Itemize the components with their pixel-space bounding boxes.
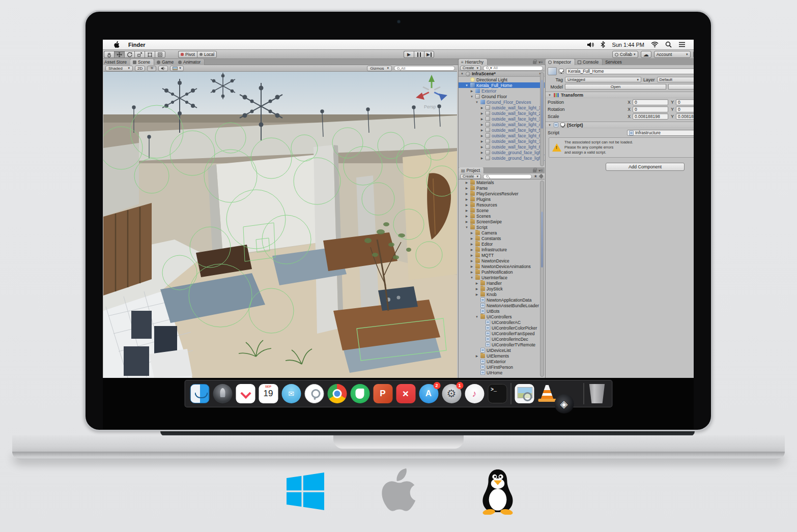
layer-dropdown[interactable]: Default▾ xyxy=(657,77,694,82)
system-preferences-icon[interactable]: ⚙1 xyxy=(442,384,461,403)
hierarchy-item-outside-ground-face-light[interactable]: ▶outside_ground_face_light_ xyxy=(459,155,545,161)
foldout-closed-icon[interactable]: ▶ xyxy=(480,117,484,121)
pocket-icon[interactable] xyxy=(236,384,255,403)
project-item-uiexterior[interactable]: UIExterior xyxy=(459,359,545,364)
app-store-icon[interactable]: A2 xyxy=(419,384,438,403)
hierarchy-item-outside-ground-face-light[interactable]: ▶outside_ground_face_light_ xyxy=(459,150,545,155)
tab-asset-store[interactable]: Asset Store xyxy=(103,59,131,65)
tab-game[interactable]: Game xyxy=(154,59,178,65)
finder-icon[interactable] xyxy=(190,384,209,403)
foldout-open-icon[interactable]: ▼ xyxy=(460,72,464,75)
foldout-closed-icon[interactable]: ▶ xyxy=(480,106,484,109)
lock-icon[interactable] xyxy=(533,61,536,64)
tag-dropdown[interactable]: Untagged▾ xyxy=(565,77,641,82)
foldout-open-icon[interactable]: ▼ xyxy=(475,315,479,318)
project-item-parse[interactable]: ▶Parse xyxy=(459,185,545,191)
circle-app-icon[interactable] xyxy=(304,384,324,403)
foldout-closed-icon[interactable]: ▶ xyxy=(470,259,474,262)
panel-menu-icon[interactable]: ▾≡ xyxy=(538,168,543,173)
scale-x-field[interactable]: 0.008188198 xyxy=(633,113,668,120)
launchpad-icon[interactable] xyxy=(213,384,232,403)
hierarchy-search-field[interactable]: ▾All xyxy=(483,66,543,71)
model-thumbnail-icon[interactable] xyxy=(548,67,557,75)
foldout-closed-icon[interactable]: ▶ xyxy=(480,156,484,160)
project-item-uicontrollertvremote[interactable]: UIControllerTVRemote xyxy=(459,342,545,347)
foldout-closed-icon[interactable]: ▶ xyxy=(470,242,474,246)
foldout-closed-icon[interactable]: ▶ xyxy=(470,248,474,251)
move-tool-button[interactable] xyxy=(114,51,124,58)
foldout-closed-icon[interactable]: ▶ xyxy=(465,197,469,201)
foldout-closed-icon[interactable]: ▶ xyxy=(480,111,484,115)
menubar-app-name[interactable]: Finder xyxy=(128,42,146,48)
hierarchy-item-kerala-full-home[interactable]: ▼Kerala_Full_Home xyxy=(459,82,545,88)
menubar-clock[interactable]: Sun 1:44 PM xyxy=(612,42,644,48)
foldout-closed-icon[interactable]: ▶ xyxy=(465,220,469,223)
project-item-userinterface[interactable]: ▼UserInterface xyxy=(459,275,545,280)
project-item-uifirstperson[interactable]: UIFirstPerson xyxy=(459,364,545,370)
foldout-closed-icon[interactable]: ▶ xyxy=(465,214,469,218)
local-toggle-button[interactable]: Local xyxy=(197,51,217,58)
foldout-closed-icon[interactable]: ▶ xyxy=(465,209,469,212)
project-item-uicontrollercolorpicker[interactable]: UIControllerColorPicker xyxy=(459,325,545,331)
scene-viewport[interactable]: Persp xyxy=(103,72,457,378)
xmind-icon[interactable]: × xyxy=(396,384,415,403)
add-component-button[interactable]: Add Component xyxy=(606,163,685,171)
foldout-closed-icon[interactable]: ▶ xyxy=(475,354,479,358)
project-item-newtonassetbundleloader[interactable]: NewtonAssetBundleLoader xyxy=(459,303,545,308)
project-item-uielements[interactable]: ▶UIElements xyxy=(459,353,545,359)
project-item-camera[interactable]: ▶Camera xyxy=(459,230,545,235)
foldout-closed-icon[interactable]: ▶ xyxy=(470,237,474,240)
rotation-x-field[interactable]: 0 xyxy=(633,106,668,112)
script-enabled-checkbox[interactable] xyxy=(560,123,565,127)
pivot-toggle-button[interactable]: Pivot xyxy=(178,51,197,58)
evernote-icon[interactable] xyxy=(350,384,369,403)
tab-services[interactable]: Services xyxy=(603,59,625,65)
foldout-closed-icon[interactable]: ▶ xyxy=(480,123,484,126)
wifi-icon[interactable] xyxy=(651,42,659,47)
hierarchy-item-exterior[interactable]: ▶Exterior xyxy=(459,88,545,94)
project-item-uicontrollers[interactable]: ▼UIControllers xyxy=(459,314,545,319)
foldout-closed-icon[interactable]: ▶ xyxy=(475,287,479,290)
project-item-infrastructure[interactable]: ▶Infrastructure xyxy=(459,247,545,252)
scene-audio-button[interactable] xyxy=(158,66,168,71)
foldout-closed-icon[interactable]: ▶ xyxy=(470,270,474,274)
preview-icon[interactable] xyxy=(515,384,534,403)
spotlight-search-icon[interactable] xyxy=(665,41,672,48)
project-item-pushnotification[interactable]: ▶PushNotification xyxy=(459,269,545,275)
tab-project[interactable]: ▤Project xyxy=(459,167,484,173)
shading-mode-dropdown[interactable]: Shaded▾ xyxy=(105,66,133,71)
foldout-closed-icon[interactable]: ▶ xyxy=(480,128,484,132)
panel-menu-icon[interactable]: ▾≡ xyxy=(538,60,543,65)
foldout-open-icon[interactable]: ▼ xyxy=(465,226,469,229)
calendar-icon[interactable]: SEP19 xyxy=(259,384,278,403)
model-open-button[interactable]: Open xyxy=(565,84,666,90)
tab-inspector[interactable]: Inspector xyxy=(546,59,575,65)
project-item-newtondeviceanimations[interactable]: ▶NewtonDeviceAnimations xyxy=(459,263,545,269)
foldout-closed-icon[interactable]: ▶ xyxy=(470,89,474,93)
project-item-uihome[interactable]: UIHome xyxy=(459,370,545,375)
2d-toggle-button[interactable]: 2D xyxy=(135,66,145,71)
scene-search-field[interactable]: All xyxy=(394,66,455,71)
cloud-button[interactable]: ☁ xyxy=(641,51,651,58)
transform-component-header[interactable]: ▼ Transform xyxy=(546,92,694,98)
hierarchy-item-outside-wall-face-light-5[interactable]: ▶outside_wall_face_light_5 xyxy=(459,127,545,133)
chrome-icon[interactable] xyxy=(327,384,347,403)
scale-tool-button[interactable] xyxy=(134,51,145,58)
position-x-field[interactable]: 0 xyxy=(633,99,668,105)
search-by-label-icon[interactable] xyxy=(539,174,544,179)
terminal-icon[interactable]: >_ xyxy=(488,384,507,403)
scene-asset-header[interactable]: ▼ InfraScene* ▾≡ xyxy=(459,71,545,77)
project-item-playservicesresolver[interactable]: ▶PlayServicesResolver xyxy=(459,191,545,196)
hierarchy-item-outside-wall-face-light-4[interactable]: ▶outside_wall_face_light_4 xyxy=(459,122,545,127)
script-object-field[interactable]: Infrastructure xyxy=(627,130,694,136)
hierarchy-item-outside-wall-face-light-6[interactable]: ▶outside_wall_face_light_6 xyxy=(459,133,545,138)
itunes-icon[interactable]: ♪ xyxy=(465,384,484,403)
project-item-resources[interactable]: ▶Resources xyxy=(459,202,545,208)
hierarchy-create-button[interactable]: Create▾ xyxy=(460,66,481,71)
foldout-closed-icon[interactable]: ▶ xyxy=(480,139,484,143)
foldout-closed-icon[interactable]: ▶ xyxy=(465,192,469,195)
pause-button[interactable] xyxy=(414,51,424,58)
project-item-scene[interactable]: ▶Scene xyxy=(459,208,545,213)
layers-button[interactable]: Layers▾ xyxy=(693,51,694,58)
script-component-header[interactable]: ▼ (Script) xyxy=(546,122,694,128)
